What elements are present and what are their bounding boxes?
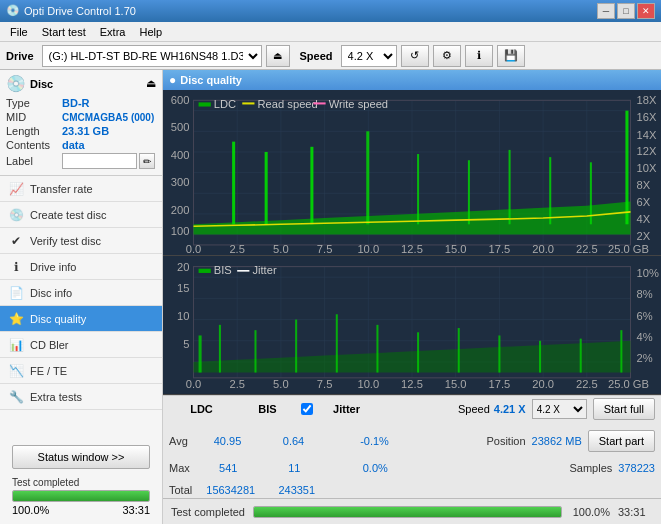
type-label: Type: [6, 97, 62, 109]
bottom-bar: Test completed 100.0% 33:31: [163, 498, 661, 524]
speed-dropdown[interactable]: 4.2 X: [532, 399, 587, 419]
menu-file[interactable]: File: [4, 24, 34, 40]
label-edit-button[interactable]: ✏: [139, 153, 155, 169]
window-controls: ─ □ ✕: [597, 3, 655, 19]
svg-rect-23: [366, 131, 369, 224]
start-full-button[interactable]: Start full: [593, 398, 655, 420]
speed-select[interactable]: 4.2 X: [341, 45, 397, 67]
disc-info-icon: 📄: [8, 285, 24, 301]
svg-text:100: 100: [171, 225, 190, 237]
refresh-button[interactable]: ↺: [401, 45, 429, 67]
samples-val: 378223: [618, 462, 655, 474]
menu-help[interactable]: Help: [133, 24, 168, 40]
nav-verify-disc[interactable]: ✔ Verify test disc: [0, 228, 162, 254]
svg-text:10X: 10X: [637, 162, 657, 174]
svg-rect-58: [242, 102, 254, 104]
svg-rect-87: [458, 328, 460, 372]
bis-header: BIS: [258, 403, 276, 415]
svg-text:8X: 8X: [637, 179, 651, 191]
save-button[interactable]: 💾: [497, 45, 525, 67]
bottom-percent: 100.0%: [570, 506, 610, 518]
type-row: Type BD-R: [6, 97, 156, 109]
svg-text:15: 15: [177, 282, 189, 294]
nav-drive-info-label: Drive info: [30, 261, 76, 273]
titlebar: 💿 Opti Drive Control 1.70 ─ □ ✕: [0, 0, 661, 22]
jitter-checkbox[interactable]: [301, 403, 313, 415]
menu-extra[interactable]: Extra: [94, 24, 132, 40]
menu-starttest[interactable]: Start test: [36, 24, 92, 40]
svg-text:12.5: 12.5: [401, 378, 423, 390]
sidebar-status-text: Test completed: [12, 477, 150, 488]
svg-text:17.5: 17.5: [489, 243, 511, 255]
nav-cd-bler[interactable]: 📊 CD Bler: [0, 332, 162, 358]
speed-header: Speed: [458, 403, 490, 415]
svg-text:12.5: 12.5: [401, 243, 423, 255]
drive-select[interactable]: (G:) HL-DT-ST BD-RE WH16NS48 1.D3: [42, 45, 262, 67]
close-button[interactable]: ✕: [637, 3, 655, 19]
max-ldc: 541: [196, 462, 261, 474]
nav-create-test[interactable]: 💿 Create test disc: [0, 202, 162, 228]
stats-row-max: Max 541 11 0.0% Samples 378223: [169, 462, 655, 474]
settings-button[interactable]: ⚙: [433, 45, 461, 67]
top-chart: 600 500 400 300 200 100 18X 16X 14X 12X …: [163, 90, 661, 256]
svg-text:20: 20: [177, 261, 189, 273]
transfer-rate-icon: 📈: [8, 181, 24, 197]
svg-text:10.0: 10.0: [357, 378, 379, 390]
sidebar-time: 33:31: [122, 504, 150, 516]
max-label: Max: [169, 462, 190, 474]
nav-drive-info[interactable]: ℹ Drive info: [0, 254, 162, 280]
minimize-button[interactable]: ─: [597, 3, 615, 19]
svg-text:5.0: 5.0: [273, 243, 289, 255]
eject-button[interactable]: ⏏: [266, 45, 290, 67]
label-input[interactable]: [62, 153, 137, 169]
jitter-stats: Jitter: [319, 403, 374, 415]
nav-extra-tests[interactable]: 🔧 Extra tests: [0, 384, 162, 410]
svg-text:7.5: 7.5: [317, 243, 333, 255]
bottom-chart: 20 15 10 5 10% 8% 6% 4% 2% 0.0 2.5 5.0 7…: [163, 256, 661, 395]
svg-text:200: 200: [171, 204, 190, 216]
total-label: Total: [169, 484, 192, 496]
sidebar-progress-bar: [12, 490, 150, 502]
label-label: Label: [6, 155, 62, 167]
svg-text:5: 5: [183, 338, 189, 350]
svg-text:22.5: 22.5: [576, 378, 598, 390]
svg-text:Read speed: Read speed: [258, 97, 318, 109]
svg-text:6X: 6X: [637, 196, 651, 208]
svg-text:2%: 2%: [637, 352, 653, 364]
svg-text:7.5: 7.5: [317, 378, 333, 390]
maximize-button[interactable]: □: [617, 3, 635, 19]
content-area: ● Disc quality: [163, 70, 661, 524]
svg-rect-22: [310, 147, 313, 224]
svg-rect-29: [625, 111, 628, 225]
status-window-button[interactable]: Status window >>: [12, 445, 150, 469]
app-icon: 💿: [6, 4, 20, 18]
info-button[interactable]: ℹ: [465, 45, 493, 67]
start-part-button[interactable]: Start part: [588, 430, 655, 452]
avg-ldc: 40.95: [195, 435, 260, 447]
extra-tests-icon: 🔧: [8, 389, 24, 405]
svg-rect-84: [336, 315, 338, 373]
svg-text:0.0: 0.0: [186, 378, 202, 390]
avg-label: Avg: [169, 435, 189, 447]
length-label: Length: [6, 125, 62, 137]
svg-text:2.5: 2.5: [229, 378, 245, 390]
nav-disc-info[interactable]: 📄 Disc info: [0, 280, 162, 306]
svg-rect-21: [265, 152, 268, 224]
svg-rect-85: [376, 325, 378, 373]
svg-text:17.5: 17.5: [489, 378, 511, 390]
svg-text:400: 400: [171, 149, 190, 161]
nav-fe-te[interactable]: 📉 FE / TE: [0, 358, 162, 384]
speed-area: Speed 4.21 X: [458, 403, 526, 415]
drive-label: Drive: [6, 50, 34, 62]
nav-verify-disc-label: Verify test disc: [30, 235, 101, 247]
svg-text:18X: 18X: [637, 94, 657, 106]
nav-transfer-rate[interactable]: 📈 Transfer rate: [0, 176, 162, 202]
nav-disc-quality-label: Disc quality: [30, 313, 86, 325]
nav-disc-quality[interactable]: ⭐ Disc quality: [0, 306, 162, 332]
svg-rect-24: [417, 154, 419, 224]
sidebar-progress-area: Test completed 100.0% 33:31: [6, 473, 156, 520]
position-label: Position: [486, 435, 525, 447]
svg-text:BIS: BIS: [214, 264, 232, 276]
disc-eject-icon: ⏏: [146, 77, 156, 90]
disc-panel-icon: 💿: [6, 74, 26, 93]
